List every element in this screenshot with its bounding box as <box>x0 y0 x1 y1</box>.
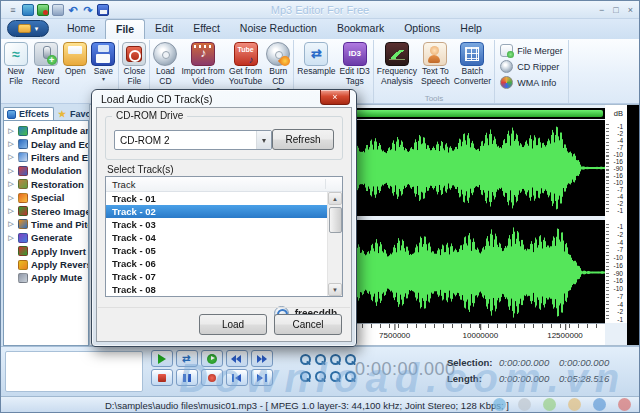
stop-button[interactable] <box>151 369 173 386</box>
expand-arrow-icon[interactable]: ▷ <box>7 167 15 175</box>
frequency-analysis-button[interactable]: Frequency Analysis <box>375 41 419 93</box>
app-menu-button[interactable]: ▾ <box>7 20 49 37</box>
tree-item-label: Amplitude and <box>31 125 88 136</box>
forward-button[interactable] <box>251 350 273 367</box>
record-icon[interactable] <box>37 4 49 16</box>
image-icon[interactable] <box>22 4 34 16</box>
open-button[interactable]: Open <box>61 41 89 93</box>
expand-arrow-icon[interactable]: ▷ <box>7 140 15 148</box>
dialog-close-button[interactable]: × <box>320 90 350 105</box>
tree-item-stereo-imagery[interactable]: ▷Stereo Imagery <box>4 204 88 217</box>
cancel-button[interactable]: Cancel <box>274 314 342 335</box>
db-tick-label: -16 <box>614 277 623 284</box>
expand-arrow-icon[interactable]: ▷ <box>7 207 15 215</box>
wma-info-button[interactable]: WMA Info <box>500 76 563 89</box>
get-from-youtube-button[interactable]: Get from YouTube <box>227 41 264 93</box>
zoom-vertical-out-button[interactable] <box>314 370 326 382</box>
zoom-out-button[interactable] <box>314 353 326 365</box>
expand-arrow-icon[interactable]: ▷ <box>7 127 15 135</box>
track-row[interactable]: Track - 03 <box>106 218 327 231</box>
cdrom-drive-select[interactable]: CD-ROM 2 <box>114 130 272 150</box>
expand-arrow-icon[interactable]: ▷ <box>7 194 15 202</box>
tree-item-amplitude-and[interactable]: ▷Amplitude and <box>4 124 88 137</box>
tab-effect[interactable]: Effect <box>183 19 230 39</box>
play-all-button[interactable] <box>201 350 223 367</box>
tab-noise-reduction[interactable]: Noise Reduction <box>230 19 327 39</box>
tree-item-apply-reverse[interactable]: Apply Reverse <box>4 258 88 271</box>
tree-item-label: Apply Reverse <box>31 259 88 270</box>
previous-button[interactable] <box>226 369 248 386</box>
sidebar-tab-favorit[interactable]: ★Favorit <box>55 108 89 120</box>
batch-converter-button[interactable]: Batch Converter <box>452 41 493 93</box>
new-file-button[interactable]: New File <box>2 41 30 93</box>
tab-file[interactable]: File <box>105 19 145 39</box>
zoom-selection-button[interactable] <box>329 353 341 365</box>
text-to-speech-button[interactable]: Text To Speech <box>419 41 452 93</box>
dialog-title-bar[interactable]: Load Audio CD Track(s) <box>92 90 356 107</box>
next-button[interactable] <box>251 369 273 386</box>
import-from-video-button[interactable]: Import from Video <box>179 41 226 93</box>
track-row[interactable]: Track - 05 <box>106 244 327 257</box>
load-button[interactable]: Load <box>199 314 267 335</box>
tree-item-restoration[interactable]: ▷Restoration <box>4 178 88 191</box>
rewind-button[interactable] <box>226 350 248 367</box>
tree-item-filters-and-eq[interactable]: ▷Filters and EQ <box>4 151 88 164</box>
tree-item-time-and-pitch[interactable]: ▷Time and Pitch <box>4 218 88 231</box>
file-merger-button[interactable]: File Merger <box>500 44 563 57</box>
zoom-vertical-in-button[interactable] <box>299 370 311 382</box>
track-row[interactable]: Track - 04 <box>106 231 327 244</box>
app-menu-icon[interactable]: ≡ <box>7 4 19 16</box>
zoom-in-button[interactable] <box>299 353 311 365</box>
tree-item-apply-mute[interactable]: Apply Mute <box>4 271 88 284</box>
title-bar[interactable]: ≡ Mp3 Editor For Free − □ × <box>1 1 639 19</box>
expand-arrow-icon[interactable]: ▷ <box>7 220 15 228</box>
scroll-down-icon[interactable]: ▼ <box>328 283 342 296</box>
redo-icon[interactable] <box>82 4 94 16</box>
open-icon[interactable] <box>52 4 64 16</box>
tab-help[interactable]: Help <box>450 19 492 39</box>
expand-arrow-icon[interactable]: ▷ <box>7 153 15 161</box>
combo-dropdown-icon[interactable] <box>256 131 271 149</box>
tab-options[interactable]: Options <box>394 19 450 39</box>
list-scrollbar[interactable]: ▲ ▼ <box>327 192 342 296</box>
tab-bookmark[interactable]: Bookmark <box>327 19 394 39</box>
tree-item-apply-invert[interactable]: Apply Invert <box>4 245 88 258</box>
undo-icon[interactable] <box>67 4 79 16</box>
pause-button[interactable] <box>176 369 198 386</box>
track-row[interactable]: Track - 02 <box>106 205 327 218</box>
tree-item-generate[interactable]: ▷Generate <box>4 231 88 244</box>
scrollbar-thumb[interactable] <box>329 207 342 233</box>
close-file-button[interactable]: Close File <box>120 41 148 93</box>
track-column-header[interactable]: Track <box>106 177 342 192</box>
track-row[interactable]: Track - 08 <box>106 283 327 296</box>
play-button[interactable] <box>151 350 173 367</box>
load-cd-button[interactable]: Load CD <box>151 41 179 93</box>
maximize-button[interactable]: □ <box>613 2 618 18</box>
cd-ripper-button[interactable]: CD Ripper <box>500 60 563 73</box>
save-button[interactable]: Save▾ <box>89 41 117 93</box>
save-icon[interactable] <box>97 4 109 16</box>
scroll-up-icon[interactable]: ▲ <box>328 192 342 205</box>
burn-cd-button[interactable]: Burn CD▾ <box>264 41 292 93</box>
loop-button[interactable] <box>176 350 198 367</box>
tree-item-special[interactable]: ▷Special <box>4 191 88 204</box>
track-row[interactable]: Track - 06 <box>106 257 327 270</box>
edit-id3-tags-button[interactable]: Edit ID3 Tags <box>338 41 372 93</box>
minimize-button[interactable]: − <box>599 2 604 18</box>
track-row[interactable]: Track - 01 <box>106 192 327 205</box>
track-row[interactable]: Track - 07 <box>106 270 327 283</box>
record-button[interactable] <box>201 369 223 386</box>
tab-home[interactable]: Home <box>57 19 105 39</box>
resample-button[interactable]: Resample <box>295 41 337 93</box>
tab-edit[interactable]: Edit <box>145 19 183 39</box>
tree-item-label: Restoration <box>31 179 84 190</box>
new-record-button[interactable]: New Record <box>30 41 61 93</box>
tree-item-modulation[interactable]: ▷Modulation <box>4 164 88 177</box>
tree-item-delay-and-echo[interactable]: ▷Delay and Echo <box>4 137 88 150</box>
refresh-button[interactable]: Refresh <box>272 129 334 150</box>
zoom-project-button[interactable] <box>329 370 341 382</box>
expand-arrow-icon[interactable]: ▷ <box>7 234 15 242</box>
expand-arrow-icon[interactable]: ▷ <box>7 180 15 188</box>
close-button[interactable]: × <box>628 2 633 18</box>
sidebar-tab-effcets[interactable]: Effcets <box>3 107 54 120</box>
